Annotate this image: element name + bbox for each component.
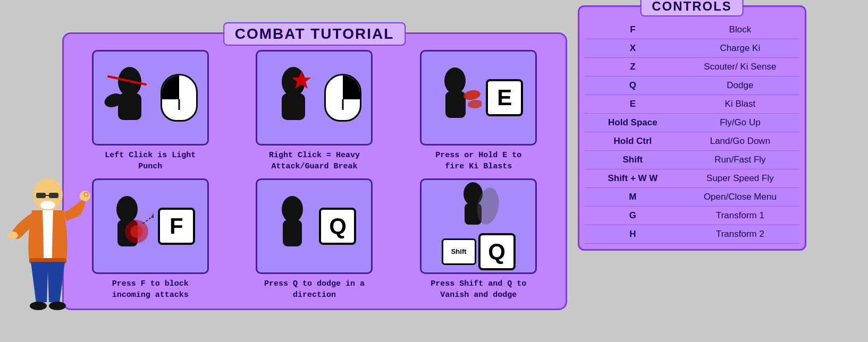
tutorial-image-vanish: Shift Q [420, 178, 537, 274]
svg-point-13 [130, 225, 143, 238]
shift-key-box: Shift [442, 238, 476, 265]
control-key: Hold Space [585, 114, 681, 132]
controls-row: Hold Ctrl Land/Go Down [585, 132, 799, 151]
control-action: Transform 1 [681, 207, 799, 225]
mouse-right-icon [324, 74, 361, 122]
svg-point-29 [49, 302, 66, 310]
control-action: Transform 2 [681, 225, 799, 244]
controls-row: M Open/Close Menu [585, 188, 799, 207]
caption-dodge: Press Q to dodge in a direction [264, 278, 365, 301]
fighter-silhouette-5 [272, 194, 315, 258]
key-f-box: F [158, 208, 195, 245]
controls-row: G Transform 1 [585, 207, 799, 225]
controls-table: F Block X Charge Ki Z Scouter/ Ki Sense … [585, 21, 799, 244]
control-key: G [585, 207, 681, 225]
tutorial-image-light-punch [92, 50, 209, 146]
svg-rect-23 [49, 193, 58, 198]
control-action: Ki Blast [681, 95, 799, 114]
controls-row: Z Scouter/ Ki Sense [585, 58, 799, 76]
control-key: F [585, 21, 681, 39]
control-action: Run/Fast Fly [681, 151, 799, 169]
controls-panel: CONTROLS F Block X Charge Ki Z Scouter/ … [578, 5, 806, 251]
svg-marker-15 [151, 213, 154, 218]
caption-light-punch: Left Click is Light Punch [105, 150, 196, 172]
character-svg [5, 176, 90, 314]
cell-art-vanish: Shift Q [422, 180, 535, 272]
control-action: Land/Go Down [681, 132, 799, 151]
tutorial-cell-heavy-attack: Right Click = Heavy Attack/Guard Break [235, 50, 393, 172]
controls-row: Shift + W W Super Speed Fly [585, 169, 799, 188]
tutorial-image-block: F [92, 178, 209, 274]
key-q-box-2: Q [478, 233, 516, 270]
controls-title: CONTROLS [640, 0, 744, 16]
fighter-silhouette-3 [434, 66, 482, 130]
controls-row: F Block [585, 21, 799, 39]
control-key: E [585, 95, 681, 114]
control-action: Scouter/ Ki Sense [681, 58, 799, 76]
svg-point-27 [7, 232, 18, 239]
tutorial-cell-dodge: Q Press Q to dodge in a direction [235, 178, 393, 301]
control-action: Charge Ki [681, 39, 799, 58]
control-key: Z [585, 58, 681, 76]
control-key: Shift + W W [585, 169, 681, 188]
controls-row: X Charge Ki [585, 39, 799, 58]
control-key: M [585, 188, 681, 207]
svg-point-28 [30, 302, 47, 310]
controls-row: H Transform 2 [585, 225, 799, 244]
control-key: Shift [585, 151, 681, 169]
svg-rect-22 [36, 193, 46, 198]
cell-art-heavy-attack [257, 52, 371, 144]
tutorial-cell-vanish: Shift Q Press Shift and Q to Vanish and … [400, 178, 558, 301]
control-action: Open/Close Menu [681, 188, 799, 207]
caption-heavy-attack: Right Click = Heavy Attack/Guard Break [269, 150, 360, 172]
tutorial-image-dodge: Q [256, 178, 373, 274]
cell-art-dodge: Q [257, 180, 371, 272]
svg-point-6 [444, 67, 466, 94]
fighter-silhouette-2 [267, 66, 320, 130]
svg-rect-17 [283, 220, 302, 246]
control-key: Q [585, 76, 681, 95]
control-action: Super Speed Fly [681, 169, 799, 188]
svg-point-31 [84, 192, 88, 196]
mouse-left-icon [161, 74, 198, 122]
control-key: H [585, 225, 681, 244]
control-key: X [585, 39, 681, 58]
svg-point-10 [116, 196, 138, 223]
key-q-box: Q [319, 208, 356, 245]
tutorial-image-ki-blast: E [420, 50, 537, 146]
tutorial-cell-light-punch: Left Click is Light Punch [72, 50, 230, 172]
key-e-box: E [486, 79, 523, 116]
svg-point-9 [468, 99, 482, 108]
fighter-silhouette-4 [106, 194, 154, 258]
svg-point-25 [40, 201, 55, 209]
control-action: Fly/Go Up [681, 114, 799, 132]
control-key: Hold Ctrl [585, 132, 681, 151]
fighter-silhouette-1 [103, 66, 156, 130]
tutorial-panel: COMBAT TUTORIAL [62, 32, 567, 310]
controls-row: Q Dodge [585, 76, 799, 95]
svg-rect-5 [282, 93, 305, 120]
svg-point-16 [282, 196, 303, 223]
controls-row: E Ki Blast [585, 95, 799, 114]
tutorial-grid: Left Click is Light Punch [72, 50, 558, 301]
control-action: Block [681, 21, 799, 39]
cell-art-light-punch [94, 52, 207, 144]
svg-rect-7 [445, 91, 466, 118]
tutorial-image-heavy-attack [256, 50, 373, 146]
tutorial-cell-ki-blast: E Press or Hold E to fire Ki Blasts [400, 50, 558, 172]
fighter-silhouette-6 [457, 182, 500, 230]
cell-art-block: F [94, 180, 207, 272]
caption-block: Press F to block incoming attacks [112, 278, 189, 301]
cell-art-ki-blast: E [422, 52, 535, 144]
controls-row: Shift Run/Fast Fly [585, 151, 799, 169]
character-decoration [5, 176, 90, 314]
controls-row: Hold Space Fly/Go Up [585, 114, 799, 132]
tutorial-title: COMBAT TUTORIAL [223, 22, 406, 46]
caption-vanish: Press Shift and Q to Vanish and dodge [431, 278, 526, 301]
caption-ki-blast: Press or Hold E to fire Ki Blasts [435, 150, 521, 172]
tutorial-cell-block: F Press F to block incoming attacks [72, 178, 230, 301]
control-action: Dodge [681, 76, 799, 95]
